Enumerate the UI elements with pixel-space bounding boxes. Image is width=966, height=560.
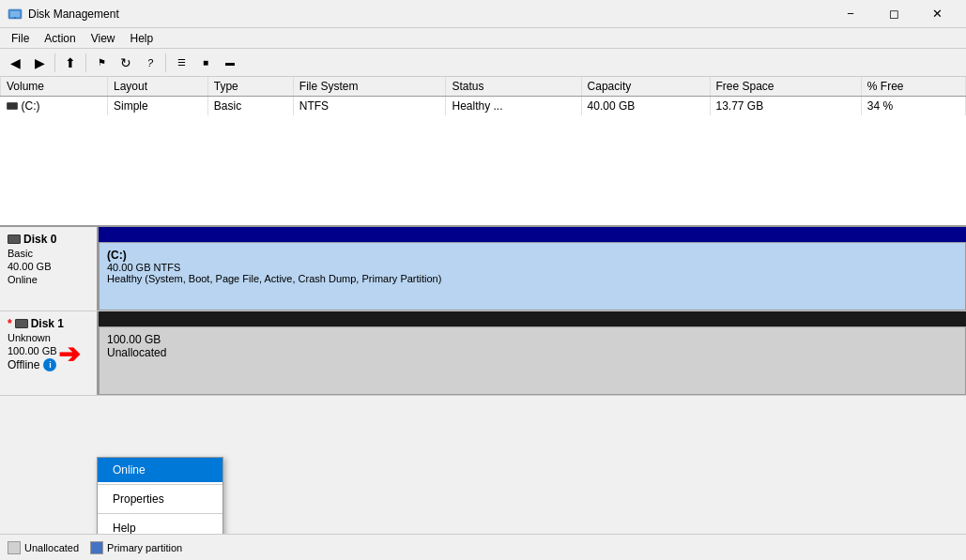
app-icon [8, 7, 23, 22]
context-menu-separator [98, 484, 222, 485]
toolbar-separator-3 [165, 53, 166, 72]
legend-unalloc-box [8, 541, 21, 554]
main-container: Volume Layout Type File System Status Ca… [0, 77, 966, 534]
forward-button[interactable]: ▶ [28, 52, 51, 74]
disk1-bar [99, 311, 966, 326]
context-menu-properties[interactable]: Properties [98, 487, 222, 511]
svg-point-2 [14, 17, 16, 19]
refresh-button[interactable]: ↻ [115, 52, 137, 74]
svg-rect-1 [10, 11, 20, 17]
back-button[interactable]: ◀ [4, 52, 26, 74]
disk0-partition[interactable]: (C:) 40.00 GB NTFS Healthy (System, Boot… [99, 242, 966, 310]
disk0-icon [8, 235, 21, 244]
disk1-label: * Disk 1 Unknown 100.00 GB Offline i [0, 311, 99, 395]
window-controls: − ◻ ✕ [829, 0, 958, 28]
help-button[interactable]: ? [139, 52, 161, 74]
col-filesystem: File System [293, 77, 446, 97]
col-layout: Layout [107, 77, 207, 97]
window-title: Disk Management [28, 8, 119, 21]
legend-primary-box [90, 541, 103, 554]
disk-table: Volume Layout Type File System Status Ca… [0, 77, 966, 115]
toolbar: ◀ ▶ ⬆ ⚑ ↻ ? ☰ ■ ▬ [0, 49, 966, 77]
cell-layout: Simple [107, 97, 207, 116]
toolbar-separator-1 [54, 53, 55, 72]
red-arrow: ➔ [58, 338, 80, 369]
menu-bar: File Action View Help [0, 28, 966, 49]
properties-button[interactable]: ⚑ [90, 52, 113, 74]
legend-unallocated: Unallocated [8, 541, 79, 554]
minimize-button[interactable]: − [829, 0, 872, 28]
disk1-unallocated[interactable]: 100.00 GB Unallocated [99, 326, 966, 395]
menu-view[interactable]: View [84, 30, 123, 47]
list-view-button[interactable]: ☰ [170, 52, 192, 74]
disk0-label: Disk 0 Basic 40.00 GB Online [0, 227, 99, 310]
disk0-bar [99, 227, 966, 242]
status-bar: Unallocated Primary partition [0, 534, 966, 560]
hd-icon [7, 102, 18, 110]
up-button[interactable]: ⬆ [59, 52, 82, 74]
col-percentfree: % Free [861, 77, 965, 97]
cell-percentfree: 34 % [861, 97, 965, 116]
disk-map-button[interactable]: ■ [194, 52, 217, 74]
cell-filesystem: NTFS [293, 97, 446, 116]
disk-table-section: Volume Layout Type File System Status Ca… [0, 77, 966, 227]
table-row[interactable]: (C:) Simple Basic NTFS Healthy ... 40.00… [1, 97, 966, 116]
disk-graph-section: Disk 0 Basic 40.00 GB Online (C:) 40.00 … [0, 227, 966, 534]
context-menu: Online Properties Help [97, 457, 223, 534]
disk1-asterisk: * [8, 317, 12, 330]
col-status: Status [446, 77, 581, 97]
disk0-row: Disk 0 Basic 40.00 GB Online (C:) 40.00 … [0, 227, 966, 311]
menu-action[interactable]: Action [37, 30, 83, 47]
info-icon: i [43, 358, 56, 371]
disk1-row: * Disk 1 Unknown 100.00 GB Offline i 100… [0, 311, 966, 396]
disk0-content: (C:) 40.00 GB NTFS Healthy (System, Boot… [99, 227, 966, 310]
cell-capacity: 40.00 GB [581, 97, 710, 116]
disk1-icon [15, 319, 28, 328]
menu-help[interactable]: Help [123, 30, 161, 47]
menu-file[interactable]: File [4, 30, 37, 47]
restore-button[interactable]: ◻ [872, 0, 915, 28]
context-menu-online[interactable]: Online [98, 458, 222, 482]
col-type: Type [207, 77, 293, 97]
disk1-content: 100.00 GB Unallocated [99, 311, 966, 395]
cell-volume: (C:) [1, 97, 108, 116]
context-menu-help[interactable]: Help [98, 516, 222, 534]
col-volume: Volume [1, 77, 108, 97]
col-freespace: Free Space [710, 77, 861, 97]
col-capacity: Capacity [581, 77, 710, 97]
cell-type: Basic [207, 97, 293, 116]
context-menu-separator2 [98, 513, 222, 514]
toolbar-separator-2 [85, 53, 86, 72]
title-bar: Disk Management − ◻ ✕ [0, 0, 966, 28]
diskpart-button[interactable]: ▬ [219, 52, 241, 74]
cell-freespace: 13.77 GB [710, 97, 861, 116]
cell-status: Healthy ... [446, 97, 581, 116]
legend-primary: Primary partition [90, 541, 182, 554]
close-button[interactable]: ✕ [915, 0, 958, 28]
